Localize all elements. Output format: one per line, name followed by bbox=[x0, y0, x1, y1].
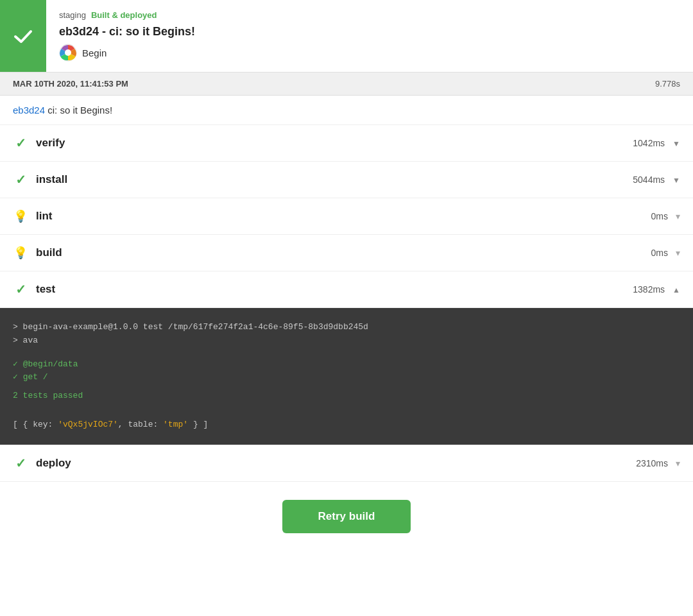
verify-chevron-icon bbox=[672, 138, 680, 148]
terminal-line-2: > ava bbox=[13, 334, 680, 348]
step-deploy[interactable]: ✓ deploy 2310ms bbox=[0, 445, 693, 482]
lint-time: 0ms bbox=[651, 211, 668, 221]
build-time: 0ms bbox=[651, 248, 668, 258]
terminal-line-1: > begin-ava-example@1.0.0 test /tmp/617f… bbox=[13, 321, 680, 334]
test-label: test bbox=[36, 283, 633, 296]
total-time: 9.778s bbox=[655, 79, 680, 89]
step-build[interactable]: 💡 build 0ms bbox=[0, 235, 693, 271]
step-install[interactable]: ✓ install 5044ms bbox=[0, 162, 693, 198]
terminal-check-2: ✓ get / bbox=[13, 371, 680, 384]
lint-label: lint bbox=[36, 210, 651, 223]
commit-title: eb3d24 - ci: so it Begins! bbox=[59, 25, 195, 38]
footer: Retry build bbox=[0, 482, 693, 551]
steps-list: ✓ verify 1042ms ✓ install 5044ms 💡 lint … bbox=[0, 125, 693, 308]
env-label: staging bbox=[59, 10, 86, 20]
terminal-output: > begin-ava-example@1.0.0 test /tmp/617f… bbox=[0, 308, 693, 445]
step-lint[interactable]: 💡 lint 0ms bbox=[0, 198, 693, 235]
header: staging Built & deployed eb3d24 - ci: so… bbox=[0, 0, 693, 73]
test-time: 1382ms bbox=[633, 284, 665, 295]
install-time: 5044ms bbox=[633, 175, 665, 185]
date-bar: MAR 10TH 2020, 11:41:53 PM 9.778s bbox=[0, 73, 693, 96]
header-info: staging Built & deployed eb3d24 - ci: so… bbox=[46, 0, 208, 72]
deploy-chevron-icon bbox=[676, 458, 680, 468]
lint-status-icon: 💡 bbox=[13, 209, 28, 224]
build-label: build bbox=[36, 246, 651, 259]
build-chevron-icon bbox=[676, 248, 680, 258]
env-row: staging Built & deployed bbox=[59, 10, 195, 20]
terminal-checks: ✓ @begin/data ✓ get / bbox=[13, 358, 680, 385]
build-status-icon: 💡 bbox=[13, 245, 28, 261]
terminal-result: [ { key: 'vQx5jvIOc7', table: 'tmp' } ] bbox=[13, 418, 680, 432]
begin-logo-label: Begin bbox=[82, 47, 107, 58]
install-chevron-icon bbox=[672, 175, 680, 185]
logo-row: Begin bbox=[59, 44, 195, 62]
step-test[interactable]: ✓ test 1382ms bbox=[0, 271, 693, 308]
env-status: Built & deployed bbox=[91, 10, 157, 20]
deploy-status-icon: ✓ bbox=[13, 456, 28, 471]
terminal-passed: 2 tests passed bbox=[13, 389, 680, 403]
svg-point-1 bbox=[65, 49, 71, 56]
retry-build-button[interactable]: Retry build bbox=[282, 500, 411, 533]
install-label: install bbox=[36, 173, 633, 186]
check-icon bbox=[12, 24, 35, 47]
commit-hash[interactable]: eb3d24 bbox=[13, 105, 45, 116]
verify-status-icon: ✓ bbox=[13, 135, 28, 151]
lint-chevron-icon bbox=[676, 211, 680, 221]
step-verify[interactable]: ✓ verify 1042ms bbox=[0, 125, 693, 162]
terminal-check-1: ✓ @begin/data bbox=[13, 358, 680, 372]
commit-row: eb3d24 ci: so it Begins! bbox=[0, 96, 693, 125]
deploy-label: deploy bbox=[36, 457, 636, 470]
test-status-icon: ✓ bbox=[13, 282, 28, 297]
verify-label: verify bbox=[36, 137, 633, 150]
install-status-icon: ✓ bbox=[13, 172, 28, 187]
date-text: MAR 10TH 2020, 11:41:53 PM bbox=[13, 79, 128, 89]
test-chevron-icon bbox=[672, 284, 680, 295]
status-check-banner bbox=[0, 0, 46, 72]
commit-message: ci: so it Begins! bbox=[45, 105, 112, 116]
deploy-time: 2310ms bbox=[636, 458, 668, 468]
verify-time: 1042ms bbox=[633, 138, 665, 148]
begin-logo-icon bbox=[59, 44, 77, 62]
